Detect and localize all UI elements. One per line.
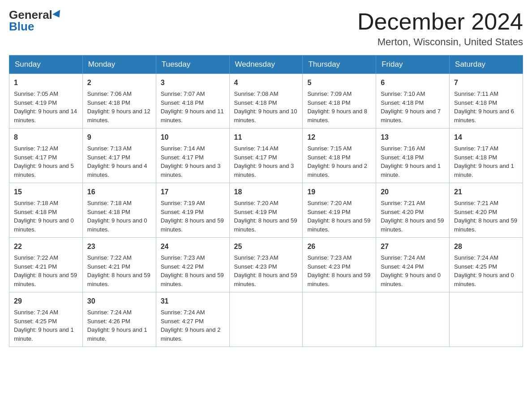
week-row-4: 22Sunrise: 7:22 AMSunset: 4:21 PMDayligh… (9, 238, 523, 292)
day-cell-23: 23Sunrise: 7:22 AMSunset: 4:21 PMDayligh… (82, 238, 156, 292)
day-cell-18: 18Sunrise: 7:20 AMSunset: 4:19 PMDayligh… (229, 183, 303, 238)
day-number: 17 (161, 187, 225, 197)
day-cell-27: 27Sunrise: 7:24 AMSunset: 4:24 PMDayligh… (376, 238, 450, 292)
day-cell-14: 14Sunrise: 7:17 AMSunset: 4:18 PMDayligh… (450, 128, 523, 183)
day-info: Sunrise: 7:21 AMSunset: 4:20 PMDaylight:… (454, 199, 518, 234)
column-header-thursday: Thursday (303, 56, 376, 74)
day-info: Sunrise: 7:20 AMSunset: 4:19 PMDaylight:… (234, 199, 298, 234)
day-info: Sunrise: 7:23 AMSunset: 4:23 PMDaylight:… (307, 253, 371, 288)
title-area: December 2024 Merton, Wisconsin, United … (357, 9, 523, 48)
header-row: SundayMondayTuesdayWednesdayThursdayFrid… (9, 56, 523, 74)
column-header-monday: Monday (82, 56, 156, 74)
day-info: Sunrise: 7:17 AMSunset: 4:18 PMDaylight:… (454, 144, 518, 179)
empty-cell (376, 292, 450, 347)
day-number: 5 (307, 77, 371, 88)
page-header: General Blue December 2024 Merton, Wisco… (9, 9, 523, 48)
day-cell-7: 7Sunrise: 7:11 AMSunset: 4:18 PMDaylight… (450, 74, 523, 128)
day-number: 11 (234, 132, 298, 143)
week-row-1: 1Sunrise: 7:05 AMSunset: 4:19 PMDaylight… (9, 74, 523, 128)
day-number: 24 (161, 241, 225, 252)
day-cell-25: 25Sunrise: 7:23 AMSunset: 4:23 PMDayligh… (229, 238, 303, 292)
empty-cell (450, 292, 523, 347)
day-info: Sunrise: 7:22 AMSunset: 4:21 PMDaylight:… (87, 253, 151, 288)
day-cell-19: 19Sunrise: 7:20 AMSunset: 4:19 PMDayligh… (303, 183, 376, 238)
day-number: 18 (234, 187, 298, 197)
day-number: 4 (234, 77, 298, 88)
day-cell-26: 26Sunrise: 7:23 AMSunset: 4:23 PMDayligh… (303, 238, 376, 292)
day-cell-31: 31Sunrise: 7:24 AMSunset: 4:27 PMDayligh… (156, 292, 229, 347)
day-number: 6 (381, 77, 445, 88)
day-info: Sunrise: 7:24 AMSunset: 4:24 PMDaylight:… (381, 253, 445, 288)
day-number: 30 (87, 296, 151, 307)
day-number: 15 (14, 187, 78, 197)
day-number: 29 (14, 296, 78, 307)
day-info: Sunrise: 7:19 AMSunset: 4:19 PMDaylight:… (161, 199, 225, 234)
day-info: Sunrise: 7:24 AMSunset: 4:27 PMDaylight:… (161, 308, 225, 343)
day-cell-22: 22Sunrise: 7:22 AMSunset: 4:21 PMDayligh… (9, 238, 83, 292)
day-number: 2 (87, 77, 151, 88)
week-row-2: 8Sunrise: 7:12 AMSunset: 4:17 PMDaylight… (9, 128, 523, 183)
day-info: Sunrise: 7:13 AMSunset: 4:17 PMDaylight:… (87, 144, 151, 179)
day-cell-9: 9Sunrise: 7:13 AMSunset: 4:17 PMDaylight… (82, 128, 156, 183)
day-number: 23 (87, 241, 151, 252)
day-info: Sunrise: 7:22 AMSunset: 4:21 PMDaylight:… (14, 253, 78, 288)
location-title: Merton, Wisconsin, United States (357, 36, 523, 48)
week-row-5: 29Sunrise: 7:24 AMSunset: 4:25 PMDayligh… (9, 292, 523, 347)
empty-cell (303, 292, 376, 347)
empty-cell (229, 292, 303, 347)
day-info: Sunrise: 7:24 AMSunset: 4:25 PMDaylight:… (14, 308, 78, 343)
day-info: Sunrise: 7:14 AMSunset: 4:17 PMDaylight:… (161, 144, 225, 179)
day-cell-5: 5Sunrise: 7:09 AMSunset: 4:18 PMDaylight… (303, 74, 376, 128)
logo-general-text: General (9, 9, 52, 21)
day-cell-29: 29Sunrise: 7:24 AMSunset: 4:25 PMDayligh… (9, 292, 83, 347)
logo-blue-text: Blue (9, 21, 34, 32)
day-cell-20: 20Sunrise: 7:21 AMSunset: 4:20 PMDayligh… (376, 183, 450, 238)
day-number: 21 (454, 187, 518, 197)
day-cell-28: 28Sunrise: 7:24 AMSunset: 4:25 PMDayligh… (450, 238, 523, 292)
day-info: Sunrise: 7:23 AMSunset: 4:23 PMDaylight:… (234, 253, 298, 288)
day-info: Sunrise: 7:18 AMSunset: 4:18 PMDaylight:… (87, 199, 151, 234)
column-header-tuesday: Tuesday (156, 56, 229, 74)
day-info: Sunrise: 7:23 AMSunset: 4:22 PMDaylight:… (161, 253, 225, 288)
column-header-sunday: Sunday (9, 56, 83, 74)
day-cell-17: 17Sunrise: 7:19 AMSunset: 4:19 PMDayligh… (156, 183, 229, 238)
day-cell-21: 21Sunrise: 7:21 AMSunset: 4:20 PMDayligh… (450, 183, 523, 238)
day-info: Sunrise: 7:06 AMSunset: 4:18 PMDaylight:… (87, 90, 151, 124)
day-number: 22 (14, 241, 78, 252)
day-info: Sunrise: 7:18 AMSunset: 4:18 PMDaylight:… (14, 199, 78, 234)
day-number: 1 (14, 77, 78, 88)
day-info: Sunrise: 7:16 AMSunset: 4:18 PMDaylight:… (381, 144, 445, 179)
day-cell-11: 11Sunrise: 7:14 AMSunset: 4:17 PMDayligh… (229, 128, 303, 183)
day-cell-2: 2Sunrise: 7:06 AMSunset: 4:18 PMDaylight… (82, 74, 156, 128)
day-number: 28 (454, 241, 518, 252)
day-info: Sunrise: 7:24 AMSunset: 4:26 PMDaylight:… (87, 308, 151, 343)
day-cell-8: 8Sunrise: 7:12 AMSunset: 4:17 PMDaylight… (9, 128, 83, 183)
day-info: Sunrise: 7:21 AMSunset: 4:20 PMDaylight:… (381, 199, 445, 234)
day-info: Sunrise: 7:07 AMSunset: 4:18 PMDaylight:… (161, 90, 225, 124)
day-info: Sunrise: 7:08 AMSunset: 4:18 PMDaylight:… (234, 90, 298, 124)
day-info: Sunrise: 7:15 AMSunset: 4:18 PMDaylight:… (307, 144, 371, 179)
day-number: 8 (14, 132, 78, 143)
day-number: 12 (307, 132, 371, 143)
day-number: 9 (87, 132, 151, 143)
day-number: 20 (381, 187, 445, 197)
day-number: 14 (454, 132, 518, 143)
column-header-saturday: Saturday (450, 56, 523, 74)
day-number: 26 (307, 241, 371, 252)
logo-triangle-icon (52, 10, 63, 20)
calendar-table: SundayMondayTuesdayWednesdayThursdayFrid… (9, 55, 523, 347)
day-cell-6: 6Sunrise: 7:10 AMSunset: 4:18 PMDaylight… (376, 74, 450, 128)
month-title: December 2024 (357, 9, 523, 34)
day-number: 7 (454, 77, 518, 88)
day-number: 31 (161, 296, 225, 307)
day-number: 3 (161, 77, 225, 88)
day-cell-30: 30Sunrise: 7:24 AMSunset: 4:26 PMDayligh… (82, 292, 156, 347)
day-cell-24: 24Sunrise: 7:23 AMSunset: 4:22 PMDayligh… (156, 238, 229, 292)
column-header-friday: Friday (376, 56, 450, 74)
day-number: 25 (234, 241, 298, 252)
day-info: Sunrise: 7:09 AMSunset: 4:18 PMDaylight:… (307, 90, 371, 124)
day-info: Sunrise: 7:12 AMSunset: 4:17 PMDaylight:… (14, 144, 78, 179)
week-row-3: 15Sunrise: 7:18 AMSunset: 4:18 PMDayligh… (9, 183, 523, 238)
day-info: Sunrise: 7:20 AMSunset: 4:19 PMDaylight:… (307, 199, 371, 234)
day-number: 13 (381, 132, 445, 143)
